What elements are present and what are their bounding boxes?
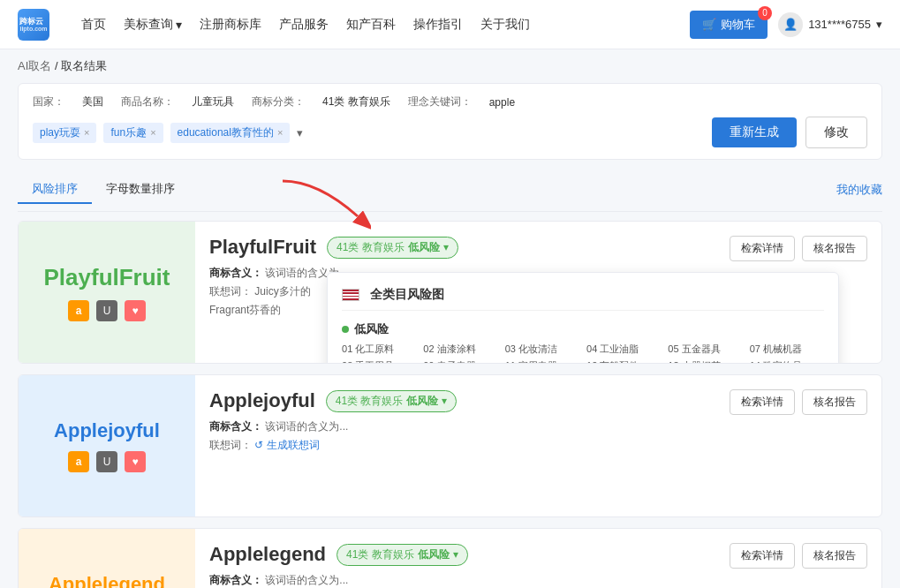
card-assoc-2: 联想词： ↺ 生成联想词	[209, 438, 715, 453]
card-preview-3: Applelegend a U ♥	[19, 529, 195, 588]
cat-07: 07 机械机器	[750, 343, 824, 356]
chevron-down-icon: ▾	[876, 18, 882, 31]
nav-guide[interactable]: 操作指引	[413, 13, 463, 36]
tag-close-educational[interactable]: ×	[277, 127, 283, 138]
card-content-1: PlayfulFruit 41类 教育娱乐 低风险 ▾	[195, 222, 730, 363]
card-preview-2: Applejoyful a U ♥	[19, 375, 195, 516]
brand-preview-text-3: Applelegend	[49, 573, 165, 588]
cat-13: 13 火器烟花	[668, 359, 742, 365]
amazon-icon-2[interactable]: a	[68, 451, 89, 472]
risk-badge-3[interactable]: 41类 教育娱乐 低风险 ▾	[337, 544, 468, 566]
filter-row-1: 国家： 美国 商品名称： 儿童玩具 商标分类： 41类 教育娱乐 理念关键词： …	[33, 94, 867, 109]
card-title-3: Applelegend	[209, 543, 326, 566]
dropdown-title: 全类目风险图	[370, 287, 444, 303]
country-value: 美国	[82, 94, 103, 109]
main-nav: 首页 美标查询 ▾ 注册商标库 产品服务 知产百科 操作指引 关于我们	[81, 13, 690, 36]
cart-button[interactable]: 🛒 购物车 0	[690, 11, 768, 39]
cat-11: 11 家用电器	[505, 359, 579, 365]
keyword-label: 理念关键词：	[408, 94, 472, 109]
cat-03: 03 化妆清洁	[505, 343, 579, 356]
name-report-btn-3[interactable]: 核名报告	[802, 543, 867, 569]
low-risk-grid: 01 化工原料 02 油漆涂料 03 化妆清洁 04 工业油脂 05 五金器具 …	[342, 343, 824, 365]
filter-bar: 国家： 美国 商品名称： 儿童玩具 商标分类： 41类 教育娱乐 理念关键词： …	[18, 83, 882, 160]
cat-08: 08 手工用具	[342, 359, 416, 365]
name-label: 商品名称：	[121, 94, 174, 109]
nav-search[interactable]: 美标查询 ▾	[124, 13, 182, 36]
filter-tags: play玩耍 × fun乐趣 × educational教育性的 ×	[33, 123, 290, 143]
regen-button[interactable]: 重新生成	[712, 117, 797, 147]
tag-close-play[interactable]: ×	[84, 127, 89, 138]
amazon-icon-1[interactable]: a	[68, 300, 89, 321]
cat-01: 01 化工原料	[342, 343, 416, 356]
brand-preview-text-1: PlayfulFruit	[43, 264, 170, 291]
card-meaning-2: 商标含义： 该词语的含义为...	[209, 419, 715, 434]
risk-level-2: 低风险	[406, 394, 438, 409]
card-title-row-2: Applejoyful 41类 教育娱乐 低风险 ▾	[209, 389, 715, 412]
result-card-2: Applejoyful a U ♥ Applejoyful 41类 教育娱乐 低…	[18, 374, 882, 517]
country-label: 国家：	[33, 94, 64, 109]
tab-bar: 风险排序 字母数量排序 我的收藏	[18, 169, 882, 212]
dropdown-header: 全类目风险图	[342, 287, 824, 311]
card-title-row-1: PlayfulFruit 41类 教育娱乐 低风险 ▾	[209, 236, 715, 259]
risk-level-3: 低风险	[418, 547, 450, 562]
heart-icon-1[interactable]: ♥	[125, 300, 146, 321]
search-detail-btn-2[interactable]: 检索详情	[730, 389, 795, 415]
chevron-down-icon: ▾	[176, 18, 182, 32]
risk-dropdown-popup: 全类目风险图 低风险 01 化工原料	[327, 272, 839, 365]
logo-sub: iipto.com	[19, 26, 47, 32]
user-name: 131****6755	[808, 18, 871, 31]
risk-badge-1[interactable]: 41类 教育娱乐 低风险 ▾	[327, 237, 458, 259]
tab-letter-sort[interactable]: 字母数量排序	[92, 176, 189, 204]
tab-risk-sort[interactable]: 风险排序	[18, 176, 92, 204]
card-content-2: Applejoyful 41类 教育娱乐 低风险 ▾ 商标含义： 该词语的含义为…	[195, 375, 730, 516]
category-label: 商标分类：	[252, 94, 305, 109]
cat-09: 09 电子电器	[423, 359, 497, 365]
header-right: 🛒 购物车 0 👤 131****6755 ▾	[690, 11, 882, 39]
nav-product[interactable]: 产品服务	[279, 13, 329, 36]
cat-14: 14 珠宝饰品	[750, 359, 824, 365]
name-value: 儿童玩具	[192, 94, 234, 109]
search-detail-btn-1[interactable]: 检索详情	[730, 236, 795, 261]
modify-button[interactable]: 修改	[805, 117, 867, 148]
risk-level-1: 低风险	[408, 240, 440, 255]
cat-04: 04 工业油脂	[586, 343, 661, 356]
search-detail-btn-3[interactable]: 检索详情	[730, 543, 795, 569]
name-report-btn-2[interactable]: 核名报告	[802, 389, 867, 415]
low-risk-section: 低风险 01 化工原料 02 油漆涂料 03 化妆清洁 04 工业油脂 05 五…	[342, 321, 824, 365]
risk-badge-2[interactable]: 41类 教育娱乐 低风险 ▾	[326, 390, 458, 412]
low-risk-title: 低风险	[342, 321, 824, 337]
nav-register[interactable]: 注册商标库	[200, 13, 261, 36]
cat-02: 02 油漆涂料	[423, 343, 497, 356]
card-icons-1: a U ♥	[68, 300, 146, 321]
name-report-btn-1[interactable]: 核名报告	[802, 236, 867, 261]
nav-about[interactable]: 关于我们	[480, 13, 530, 36]
filter-expand-icon[interactable]: ▾	[297, 126, 303, 139]
us-flag-icon	[342, 289, 359, 301]
card-title-row-3: Applelegend 41类 教育娱乐 低风险 ▾	[209, 543, 715, 566]
result-card-1: PlayfulFruit a U ♥ PlayfulFruit 41类 教育娱乐	[18, 221, 882, 364]
header: 跨标云 iipto.com 首页 美标查询 ▾ 注册商标库 产品服务 知产百科 …	[0, 0, 900, 49]
generate-assoc-link-2[interactable]: ↺ 生成联想词	[254, 439, 319, 451]
tab-favorites[interactable]: 我的收藏	[836, 182, 882, 198]
category-value: 41类 教育娱乐	[322, 94, 390, 109]
nav-home[interactable]: 首页	[81, 13, 106, 36]
tag-close-fun[interactable]: ×	[150, 127, 155, 138]
cart-badge: 0	[758, 6, 772, 20]
u-icon-1[interactable]: U	[96, 300, 117, 321]
tag-play: play玩耍 ×	[33, 123, 96, 143]
card-preview-1: PlayfulFruit a U ♥	[19, 222, 195, 363]
cat-12: 12 车船配件	[586, 359, 661, 365]
u-icon-2[interactable]: U	[96, 451, 117, 472]
avatar-icon: 👤	[783, 18, 798, 31]
heart-icon-2[interactable]: ♥	[125, 451, 146, 472]
user-info[interactable]: 👤 131****6755 ▾	[778, 12, 882, 37]
breadcrumb-parent[interactable]: AI取名	[18, 59, 51, 72]
card-icons-2: a U ♥	[68, 451, 146, 472]
risk-badge-container-1: 41类 教育娱乐 低风险 ▾ 全类目风险图	[327, 237, 458, 259]
logo[interactable]: 跨标云 iipto.com	[18, 9, 55, 41]
chevron-down-icon: ▾	[443, 241, 449, 253]
card-actions-3: 检索详情 核名报告	[730, 529, 881, 588]
results-list: PlayfulFruit a U ♥ PlayfulFruit 41类 教育娱乐	[18, 221, 882, 588]
cat-05: 05 五金器具	[668, 343, 742, 356]
nav-wiki[interactable]: 知产百科	[346, 13, 396, 36]
